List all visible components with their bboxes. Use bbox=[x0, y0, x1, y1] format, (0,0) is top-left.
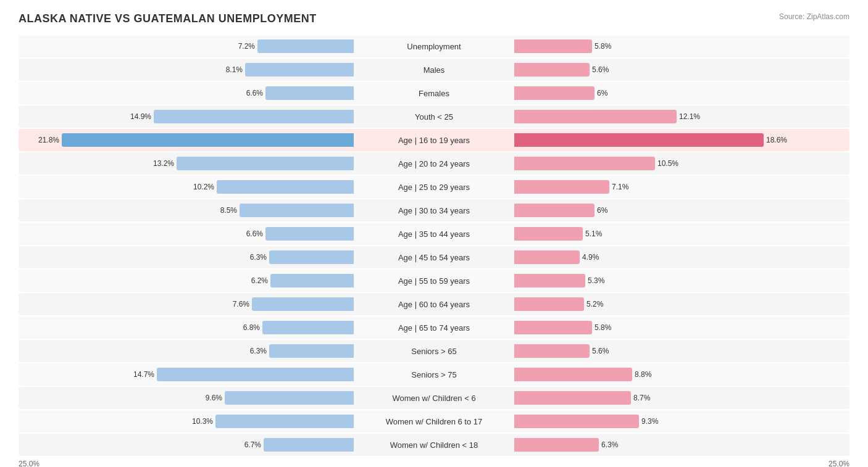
value-guatemalan: 6.3% bbox=[601, 440, 618, 449]
value-guatemalan: 5.8% bbox=[595, 323, 611, 332]
bar-chart: 7.2%Unemployment5.8%8.1%Males5.6%6.6%Fem… bbox=[19, 35, 849, 456]
value-alaska: 6.3% bbox=[250, 253, 267, 262]
value-alaska: 6.2% bbox=[251, 276, 268, 285]
bar-alaska bbox=[62, 133, 354, 147]
right-section: 10.5% bbox=[514, 152, 849, 175]
value-alaska: 14.9% bbox=[130, 112, 151, 121]
right-section: 9.3% bbox=[514, 410, 849, 432]
value-alaska: 9.6% bbox=[206, 394, 222, 402]
row-label: Females bbox=[354, 89, 514, 98]
chart-title: ALASKA NATIVE VS GUATEMALAN UNEMPLOYMENT bbox=[19, 12, 317, 25]
left-section: 6.7% bbox=[19, 434, 354, 456]
bar-row: 8.5%Age | 30 to 34 years6% bbox=[19, 199, 849, 221]
value-guatemalan: 8.8% bbox=[635, 370, 651, 379]
bar-guatemalan bbox=[514, 415, 639, 428]
right-section: 5.3% bbox=[514, 270, 849, 292]
right-section: 5.8% bbox=[514, 35, 849, 57]
right-section: 7.1% bbox=[514, 176, 849, 198]
bar-alaska bbox=[240, 204, 354, 217]
row-label: Unemployment bbox=[354, 42, 514, 51]
value-guatemalan: 6% bbox=[597, 206, 607, 215]
right-section: 8.7% bbox=[514, 387, 849, 409]
row-label: Seniors > 65 bbox=[354, 347, 514, 356]
bars-wrapper: 6.3%Age | 45 to 54 years4.9% bbox=[19, 246, 849, 268]
bar-row: 21.8%Age | 16 to 19 years18.6% bbox=[19, 129, 849, 151]
bar-row: 8.1%Males5.6% bbox=[19, 59, 849, 81]
bar-alaska bbox=[154, 110, 354, 123]
left-section: 7.2% bbox=[19, 35, 354, 57]
bars-wrapper: 6.7%Women w/ Children < 186.3% bbox=[19, 434, 849, 456]
value-guatemalan: 7.1% bbox=[612, 183, 628, 191]
bars-wrapper: 6.3%Seniors > 655.6% bbox=[19, 340, 849, 362]
bar-guatemalan bbox=[514, 391, 631, 405]
bar-guatemalan bbox=[514, 157, 655, 170]
bars-wrapper: 9.6%Women w/ Children < 68.7% bbox=[19, 387, 849, 409]
left-section: 14.9% bbox=[19, 105, 354, 128]
bar-guatemalan bbox=[514, 297, 584, 311]
bar-alaska bbox=[215, 415, 354, 428]
left-section: 13.2% bbox=[19, 152, 354, 175]
bar-guatemalan bbox=[514, 438, 599, 452]
right-section: 5.8% bbox=[514, 316, 849, 339]
value-alaska: 10.2% bbox=[193, 183, 214, 191]
bars-wrapper: 14.7%Seniors > 758.8% bbox=[19, 363, 849, 386]
value-guatemalan: 6% bbox=[597, 89, 607, 97]
bar-guatemalan bbox=[514, 204, 595, 217]
value-guatemalan: 12.1% bbox=[679, 112, 700, 121]
bar-alaska bbox=[262, 321, 354, 334]
bar-guatemalan bbox=[514, 39, 592, 53]
bar-alaska bbox=[245, 63, 354, 76]
value-alaska: 7.6% bbox=[233, 300, 249, 308]
bar-row: 14.9%Youth < 2512.1% bbox=[19, 105, 849, 128]
value-alaska: 6.3% bbox=[250, 347, 267, 355]
right-section: 4.9% bbox=[514, 246, 849, 268]
value-alaska: 6.6% bbox=[246, 229, 263, 238]
bar-row: 7.6%Age | 60 to 64 years5.2% bbox=[19, 293, 849, 315]
chart-header: ALASKA NATIVE VS GUATEMALAN UNEMPLOYMENT… bbox=[19, 12, 849, 28]
bar-row: 6.3%Seniors > 655.6% bbox=[19, 340, 849, 362]
value-alaska: 14.7% bbox=[133, 370, 154, 379]
bar-alaska bbox=[269, 250, 354, 264]
bar-alaska bbox=[265, 86, 354, 100]
right-section: 5.2% bbox=[514, 293, 849, 315]
value-alaska: 13.2% bbox=[153, 159, 174, 168]
bar-alaska bbox=[225, 391, 354, 405]
bar-alaska bbox=[265, 227, 354, 241]
left-section: 8.1% bbox=[19, 59, 354, 81]
row-label: Age | 55 to 59 years bbox=[354, 276, 514, 286]
bar-row: 6.6%Females6% bbox=[19, 82, 849, 104]
value-guatemalan: 5.2% bbox=[586, 300, 603, 308]
left-section: 6.6% bbox=[19, 223, 354, 245]
right-section: 18.6% bbox=[514, 129, 849, 151]
bar-guatemalan bbox=[514, 180, 609, 194]
bar-guatemalan bbox=[514, 63, 590, 76]
right-section: 8.8% bbox=[514, 363, 849, 386]
row-label: Seniors > 75 bbox=[354, 370, 514, 379]
bar-row: 10.3%Women w/ Children 6 to 179.3% bbox=[19, 410, 849, 432]
row-label: Age | 35 to 44 years bbox=[354, 229, 514, 239]
row-label: Women w/ Children < 18 bbox=[354, 440, 514, 450]
left-section: 6.3% bbox=[19, 340, 354, 362]
bars-wrapper: 10.3%Women w/ Children 6 to 179.3% bbox=[19, 410, 849, 432]
bars-wrapper: 6.6%Age | 35 to 44 years5.1% bbox=[19, 223, 849, 245]
right-section: 6% bbox=[514, 82, 849, 104]
bars-wrapper: 10.2%Age | 25 to 29 years7.1% bbox=[19, 176, 849, 198]
value-guatemalan: 9.3% bbox=[641, 417, 658, 426]
value-guatemalan: 4.9% bbox=[582, 253, 599, 262]
right-section: 6.3% bbox=[514, 434, 849, 456]
right-section: 5.1% bbox=[514, 223, 849, 245]
bar-guatemalan bbox=[514, 344, 590, 358]
bar-alaska bbox=[252, 297, 354, 311]
bar-row: 6.2%Age | 55 to 59 years5.3% bbox=[19, 270, 849, 292]
row-label: Age | 25 to 29 years bbox=[354, 183, 514, 192]
bar-guatemalan bbox=[514, 250, 580, 264]
bar-guatemalan bbox=[514, 133, 764, 147]
bars-wrapper: 7.6%Age | 60 to 64 years5.2% bbox=[19, 293, 849, 315]
bar-guatemalan bbox=[514, 274, 585, 287]
bar-row: 6.6%Age | 35 to 44 years5.1% bbox=[19, 223, 849, 245]
bars-wrapper: 8.5%Age | 30 to 34 years6% bbox=[19, 199, 849, 221]
axis-left-label: 25.0% bbox=[19, 460, 40, 467]
right-section: 6% bbox=[514, 199, 849, 221]
bar-row: 9.6%Women w/ Children < 68.7% bbox=[19, 387, 849, 409]
right-section: 5.6% bbox=[514, 340, 849, 362]
